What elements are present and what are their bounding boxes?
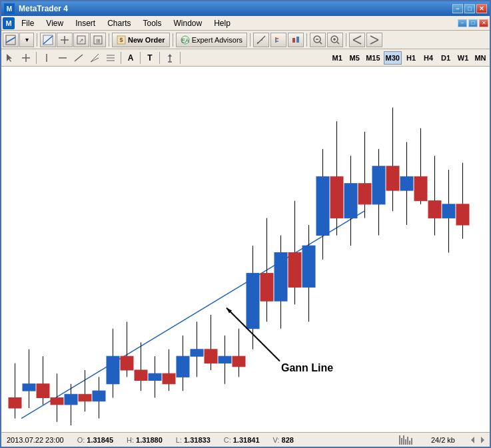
status-datetime: 2013.07.22 23:00 [7,436,64,444]
menu-tools[interactable]: Tools [138,17,167,29]
app-window: M MetaTrader 4 − □ ✕ M File View Insert … [0,0,491,448]
menu-window[interactable]: Window [169,17,208,29]
menu-view[interactable]: View [41,17,69,29]
timeframe-h1[interactable]: H1 [403,51,419,65]
new-order-label: New Order [128,36,165,44]
toolbar-btn-a[interactable] [40,33,56,47]
drawing-toolbar: A T M1 M5 M15 M30 H1 H4 D1 W1 MN [1,49,490,67]
scroll-indicator [471,437,484,443]
close-button[interactable]: ✕ [476,4,487,13]
toolbar-dropdown[interactable]: ▾ [19,33,34,47]
sep-6 [346,33,346,47]
title-bar: M MetaTrader 4 − □ ✕ [1,1,490,16]
sep-2 [109,33,109,47]
sep-3 [173,33,173,47]
toolbar-chart-type-2[interactable] [270,33,286,47]
svg-rect-23 [296,37,299,43]
inner-close-button[interactable]: ✕ [479,19,488,27]
timeframe-m1[interactable]: M1 [329,51,345,65]
toolbar-scroll-left[interactable] [349,33,365,47]
toolbar-new-chart[interactable] [3,33,19,47]
status-low-value: 1.31833 [184,436,211,444]
menu-insert[interactable]: Insert [70,17,101,29]
draw-text-label[interactable]: T [143,51,157,65]
timeframe-m15[interactable]: M15 [364,51,382,65]
toolbar-zoom-out[interactable] [310,33,326,47]
draw-text[interactable]: A [124,51,137,65]
status-bar: 2013.07.22 23:00 O: 1.31845 H: 1.31880 L… [1,432,490,447]
draw-sep-2 [121,52,121,64]
status-volume: V: 828 [273,436,294,444]
svg-line-39 [75,55,83,61]
title-bar-controls: − □ ✕ [452,4,487,13]
draw-gann[interactable] [87,51,102,65]
svg-line-41 [91,58,99,62]
title-text: MetaTrader 4 [19,4,68,13]
menu-help[interactable]: Help [209,17,236,29]
svg-line-33 [370,36,378,40]
svg-line-40 [91,54,99,62]
svg-text:$: $ [119,37,123,43]
status-volume-label: V: [273,436,280,444]
svg-line-32 [353,40,361,44]
timeframe-m30[interactable]: M30 [384,51,402,65]
volume-bars-icon [399,435,412,445]
svg-line-5 [6,37,15,43]
toolbar-scroll-right[interactable] [366,33,382,47]
status-close-value: 1.31841 [233,436,260,444]
status-open-value: 1.31845 [87,436,113,444]
sep-1 [37,33,37,47]
svg-text:EA: EA [181,37,189,44]
svg-line-30 [337,42,339,44]
toolbar-group-2: ↗ ⊞ [40,33,106,47]
toolbar-group-1: ▾ [3,33,34,47]
status-low-label: L: [176,436,182,444]
status-open: O: 1.31845 [77,436,113,444]
status-volume-value: 828 [282,436,294,444]
draw-cursor[interactable] [3,51,17,65]
expert-advisors-label: Expert Advisors [192,36,243,44]
svg-text:M: M [5,19,11,27]
draw-horizontal-line[interactable] [55,51,70,65]
svg-text:⊞: ⊞ [96,38,101,44]
svg-rect-22 [292,38,295,43]
svg-marker-49 [481,437,484,443]
chart-canvas[interactable] [1,67,490,432]
toolbar-btn-b[interactable] [57,33,73,47]
app-icon: M [4,3,15,14]
menu-file[interactable]: File [16,17,39,29]
svg-marker-48 [471,437,474,443]
minimize-button[interactable]: − [452,4,463,13]
inner-minimize-button[interactable]: − [458,19,467,27]
status-open-label: O: [77,436,85,444]
toolbar-chart-type-1[interactable] [253,33,269,47]
menu-charts[interactable]: Charts [102,17,136,29]
draw-vertical-line[interactable] [39,51,54,65]
timeframe-w1[interactable]: W1 [455,51,471,65]
timeframe-d1[interactable]: D1 [438,51,454,65]
app-menu-logo: M [3,17,15,29]
status-close-label: C: [224,436,231,444]
toolbar-chart-type-3[interactable] [288,33,304,47]
new-order-button[interactable]: $ New Order [112,33,170,47]
draw-fibonacci[interactable] [103,51,118,65]
sep-4 [250,33,250,47]
status-size: 24/2 kb [431,436,455,444]
draw-crosshair[interactable] [19,51,33,65]
toolbar-btn-c[interactable]: ↗ [73,33,89,47]
draw-arrow[interactable] [163,51,177,65]
svg-text:M: M [7,5,12,13]
sep-5 [306,33,307,47]
timeframe-h4[interactable]: H4 [420,51,436,65]
inner-maximize-button[interactable]: □ [468,19,478,27]
timeframe-mn[interactable]: MN [472,51,488,65]
menu-bar: M File View Insert Charts Tools Window H… [1,16,490,31]
draw-trend-line[interactable] [71,51,86,65]
maximize-button[interactable]: □ [464,4,475,13]
toolbar-zoom-in[interactable] [327,33,343,47]
svg-marker-46 [168,54,172,57]
timeframe-m5[interactable]: M5 [346,51,362,65]
toolbar-btn-d[interactable]: ⊞ [90,33,106,47]
expert-advisors-button[interactable]: EA Expert Advisors [176,33,247,47]
status-high-label: H: [127,436,134,444]
